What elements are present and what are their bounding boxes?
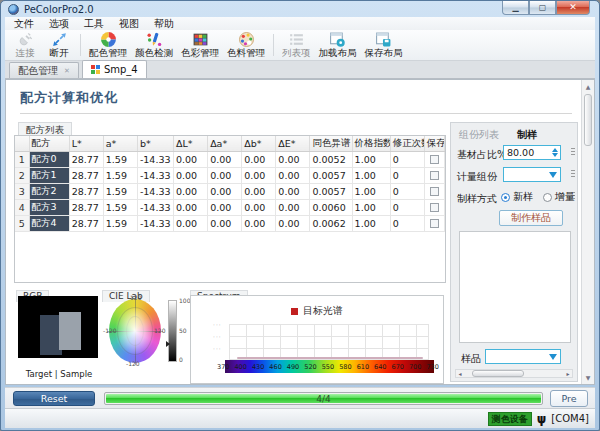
color-wheel-icon: [100, 31, 117, 48]
clipped-text-fragment: [571, 148, 575, 156]
menu-item-3[interactable]: 视图: [119, 17, 139, 31]
progress-text: 4/4: [105, 394, 542, 404]
base-ratio-spinner[interactable]: 80.00: [503, 145, 561, 160]
target-spectrum-curve: [237, 357, 423, 359]
header-8: 同色异谱: [310, 136, 352, 152]
tab-smp4[interactable]: Smp_4: [82, 60, 147, 78]
table-row[interactable]: 1配方028.771.59-14.330.000.000.000.000.005…: [15, 152, 445, 168]
scrollbar-thumb[interactable]: [584, 94, 592, 146]
chevron-down-icon: [549, 172, 557, 178]
wavelength-tick-label: 610: [357, 363, 369, 371]
usb-icon: ψ: [537, 413, 547, 425]
save-checkbox[interactable]: [430, 203, 439, 212]
spectrum-panel: Spectrum 目标光谱 ··· ··· ··· 37040043046049…: [190, 284, 444, 384]
recipe-name-cell[interactable]: 配方3: [29, 200, 69, 216]
menu-item-4[interactable]: 帮助: [154, 17, 174, 31]
cell-L: 28.77: [69, 216, 103, 232]
cell-metamerism: 0.0052: [310, 152, 352, 168]
header-2: a*: [103, 136, 137, 152]
rgb-preview: [18, 296, 98, 358]
cell-a: 1.59: [103, 168, 137, 184]
horizontal-scrollbar[interactable]: ◂ ▸: [455, 369, 573, 378]
lightness-tick-100: 100: [179, 297, 190, 304]
table-row[interactable]: 2配方128.771.59-14.330.000.000.000.000.005…: [15, 168, 445, 184]
menu-item-1[interactable]: 选项: [49, 17, 69, 31]
vertical-scrollbar[interactable]: ▲ ▼: [581, 80, 594, 384]
table-row[interactable]: 3配方228.771.59-14.330.000.000.000.000.005…: [15, 184, 445, 200]
radio-icon: [543, 193, 552, 202]
recipe-table: 配方L*a*b*ΔL*Δa*Δb*ΔE*同色异谱价格指数修正次数保存1配方028…: [14, 135, 446, 283]
legend-label: 目标光谱: [303, 304, 343, 318]
y-axis-tick: ···: [213, 333, 222, 340]
toolbar-button-color-detect[interactable]: 颜色检测: [131, 31, 177, 59]
toolbar-button-color-matching[interactable]: 配色管理: [85, 31, 131, 59]
cell-L: 28.77: [69, 168, 103, 184]
scroll-right-icon[interactable]: ▸: [564, 370, 572, 377]
recipe-name-cell[interactable]: 配方2: [29, 184, 69, 200]
reset-button[interactable]: Reset: [13, 391, 95, 406]
menu-item-2[interactable]: 工具: [84, 17, 104, 31]
scroll-up-icon[interactable]: ▲: [582, 83, 594, 90]
scroll-down-icon[interactable]: ▼: [582, 374, 594, 381]
toolbar-button-disconnect[interactable]: 断开: [42, 31, 76, 59]
wavelength-tick-label: 640: [374, 363, 386, 371]
sample-dropdown[interactable]: [485, 349, 561, 364]
page-title: 配方计算和优化: [20, 89, 118, 107]
cell-price: 1.00: [352, 168, 390, 184]
recipe-name-cell[interactable]: 配方4: [29, 216, 69, 232]
toolbar-button-color-manage[interactable]: 色彩管理: [177, 31, 223, 59]
radio-icon: [501, 193, 510, 202]
cell-da: 0.00: [208, 184, 242, 200]
mode-radio-0[interactable]: 新样: [501, 190, 533, 204]
save-checkbox[interactable]: [430, 171, 439, 180]
component-dropdown[interactable]: [503, 167, 561, 182]
table-row[interactable]: 5配方428.771.59-14.330.000.000.000.000.006…: [15, 216, 445, 232]
cell-dL: 0.00: [174, 168, 208, 184]
spinner-arrows-icon[interactable]: [552, 148, 560, 157]
bottom-bar: Reset 4/4 Pre: [5, 387, 595, 408]
cell-corrections: 0: [390, 168, 424, 184]
save-checkbox[interactable]: [430, 187, 439, 196]
wavelength-tick-label: 580: [339, 363, 351, 371]
wavelength-tick-label: 670: [392, 363, 404, 371]
menu-item-0[interactable]: 文件: [14, 17, 34, 31]
row-index: 4: [15, 200, 29, 216]
tab-color-match[interactable]: 配色管理✕: [9, 62, 79, 78]
save-checkbox[interactable]: [430, 219, 439, 228]
save-checkbox[interactable]: [430, 155, 439, 164]
cell-save: [424, 200, 444, 216]
toolbar-button-save-layout[interactable]: 保存布局: [361, 31, 407, 59]
close-button[interactable]: ✕: [556, 1, 590, 15]
cell-corrections: 0: [390, 200, 424, 216]
cell-L: 28.77: [69, 152, 103, 168]
row-index: 2: [15, 168, 29, 184]
recipe-name-cell[interactable]: 配方1: [29, 168, 69, 184]
cell-db: 0.00: [242, 152, 276, 168]
scrollbar-thumb[interactable]: [472, 370, 524, 377]
cell-corrections: 0: [390, 184, 424, 200]
recipe-name-cell[interactable]: 配方0: [29, 152, 69, 168]
toolbar-button-load-layout[interactable]: 加载布局: [315, 31, 361, 59]
color-detect-icon: [146, 31, 163, 48]
divider: [20, 113, 572, 114]
spectrum-chart: 目标光谱 ··· ··· ··· 37040043046049052055058…: [190, 295, 444, 384]
pre-button[interactable]: Pre: [550, 390, 588, 407]
cell-db: 0.00: [242, 200, 276, 216]
cell-dL: 0.00: [174, 184, 208, 200]
tab-component-list[interactable]: 组份列表: [459, 128, 499, 142]
scroll-left-icon[interactable]: ◂: [456, 370, 464, 377]
toolbar-separator: [273, 34, 274, 56]
component-list-box[interactable]: [459, 231, 571, 343]
toolbar-separator: [80, 34, 81, 56]
make-sample-button[interactable]: 制作样品: [499, 210, 563, 226]
tab-make-sample[interactable]: 制样: [517, 128, 537, 142]
wavelength-tick-label: 430: [252, 363, 264, 371]
table-row[interactable]: 4配方328.771.59-14.330.000.000.000.000.006…: [15, 200, 445, 216]
load-layout-icon: [329, 31, 346, 48]
maximize-button[interactable]: ▢: [529, 1, 556, 15]
close-tab-icon[interactable]: ✕: [64, 67, 70, 75]
menu-bar: 文件选项工具视图帮助: [5, 17, 595, 30]
tab-label: Smp_4: [104, 64, 138, 75]
toolbar-button-pigment-manage[interactable]: 色料管理: [223, 31, 269, 59]
minimize-button[interactable]: ▁: [502, 1, 529, 15]
